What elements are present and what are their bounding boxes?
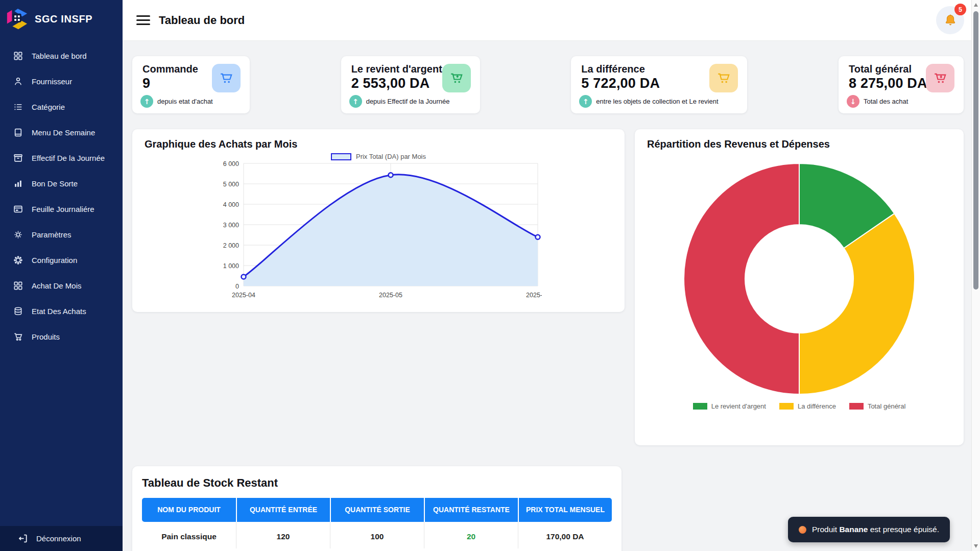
line-chart: Prix Total (DA) par Mois 01 0002 0003 00… xyxy=(215,153,542,301)
sidebar-item-label: Etat Des Achats xyxy=(32,307,86,316)
archive-icon xyxy=(13,153,23,163)
logout-label: Déconnexion xyxy=(36,534,81,543)
alert-dot-icon xyxy=(799,526,806,534)
svg-text:0: 0 xyxy=(235,283,239,290)
stock-table-card: Tableau de Stock Restant NOM DU PRODUIT … xyxy=(132,466,622,551)
notification-count-badge: 5 xyxy=(954,4,966,15)
stock-table: NOM DU PRODUIT QUANTITÉ ENTRÉE QUANTITÉ … xyxy=(142,498,612,548)
logout-icon xyxy=(18,534,28,543)
table-row: Pain classique 120 100 20 170,00 DA xyxy=(142,522,612,548)
legend-swatch-red xyxy=(849,403,864,410)
grid-icon xyxy=(13,51,23,61)
seal-icon xyxy=(13,255,23,265)
bell-icon xyxy=(944,14,957,27)
line-chart-legend: Prix Total (DA) par Mois xyxy=(215,153,542,160)
trend-up-icon: ↑ xyxy=(140,95,153,108)
stats-row: Commande 9 ↑ depuis etat d'achat Le revi… xyxy=(132,56,964,113)
sidebar-item-menu-de-semaine[interactable]: Menu De Semaine xyxy=(0,119,123,145)
stat-note-text: depuis etat d'achat xyxy=(157,98,213,105)
legend-label: Le revient d'argent xyxy=(711,402,766,410)
sidebar-item-label: Produits xyxy=(32,332,60,341)
stat-note: ↑ depuis Effectif de la Journée xyxy=(349,95,450,108)
column-header: PRIX TOTAL MENSUEL xyxy=(518,498,612,522)
scroll-down-arrow[interactable] xyxy=(974,544,978,548)
sidebar-item-label: Achat De Mois xyxy=(32,281,82,290)
vertical-scrollbar xyxy=(971,0,980,551)
stat-note-text: depuis Effectif de la Journée xyxy=(366,98,450,105)
sidebar-item-tableau-de-bord[interactable]: Tableau de bord xyxy=(0,43,123,68)
area-chart-canvas: 01 0002 0003 0004 0005 0006 0002025-0420… xyxy=(215,160,542,301)
stock-table-title: Tableau de Stock Restant xyxy=(142,476,612,490)
sidebar-nav: Tableau de bord Fournisseur Catégorie Me… xyxy=(0,43,123,349)
sidebar: SGC INSFP Tableau de bord Fournisseur Ca… xyxy=(0,0,123,551)
legend-item: La différence xyxy=(779,402,836,410)
sidebar-item-etat-des-achats[interactable]: Etat Des Achats xyxy=(0,298,123,324)
cart-icon xyxy=(709,64,738,92)
sidebar-item-bon-de-sorte[interactable]: Bon De Sorte xyxy=(0,171,123,196)
svg-text:5 000: 5 000 xyxy=(223,181,239,188)
sidebar-item-feuille-journaliere[interactable]: Feuille Journaliére xyxy=(0,196,123,222)
stat-note: ↑ depuis etat d'achat xyxy=(140,95,213,108)
top-bar: Tableau de bord 5 xyxy=(123,0,971,41)
sidebar-item-parametres[interactable]: Paramètres xyxy=(0,222,123,247)
legend-swatch xyxy=(331,153,351,160)
bar-chart-icon xyxy=(13,179,23,188)
sidebar-item-produits[interactable]: Produits xyxy=(0,324,123,349)
toast-notification[interactable]: Produit Banane est presque épuisé. xyxy=(788,517,950,542)
cart-icon xyxy=(212,64,241,92)
cell-quantite-entree: 120 xyxy=(236,522,330,548)
sidebar-item-effectif-de-la-journee[interactable]: Effectif De la Journée xyxy=(0,145,123,171)
app-logo-icon xyxy=(5,7,29,31)
column-header: QUANTITÉ ENTRÉE xyxy=(236,498,330,522)
cart-icon xyxy=(13,332,23,342)
trend-down-icon: ↓ xyxy=(847,95,859,108)
svg-text:2025-04: 2025-04 xyxy=(232,292,255,299)
sidebar-item-label: Feuille Journaliére xyxy=(32,205,94,213)
column-header: QUANTITÉ SORTIE xyxy=(330,498,424,522)
stat-note-text: Total des achat xyxy=(864,98,908,105)
toast-text: Produit Banane est presque épuisé. xyxy=(812,525,939,534)
sidebar-item-label: Fournisseur xyxy=(32,77,72,86)
legend-item: Total général xyxy=(849,402,905,410)
page-title: Tableau de bord xyxy=(159,14,245,27)
logout-button[interactable]: Déconnexion xyxy=(0,526,123,551)
legend-swatch-yellow xyxy=(779,403,794,410)
cell-quantite-restante: 20 xyxy=(424,522,518,548)
sidebar-item-label: Tableau de bord xyxy=(32,52,87,60)
legend-swatch-green xyxy=(693,403,707,410)
revenue-donut-card: Répartition des Revenus et Dépenses Le r… xyxy=(635,129,964,445)
cell-product: Pain classique xyxy=(142,522,236,548)
sidebar-item-achat-de-mois[interactable]: Achat De Mois xyxy=(0,273,123,298)
legend-label: Total général xyxy=(868,402,905,410)
svg-text:2025-05: 2025-05 xyxy=(379,292,402,299)
sidebar-item-configuration[interactable]: Configuration xyxy=(0,247,123,273)
brand: SGC INSFP xyxy=(0,0,123,31)
stat-card-commande: Commande 9 ↑ depuis etat d'achat xyxy=(132,56,250,113)
book-icon xyxy=(13,128,23,137)
notifications-button[interactable]: 5 xyxy=(936,6,964,34)
cell-quantite-sortie: 100 xyxy=(330,522,424,548)
toast-product-name: Banane xyxy=(839,525,868,534)
svg-text:2025-06: 2025-06 xyxy=(526,292,542,299)
card-icon xyxy=(13,204,23,214)
stat-card-total-general: Total général 8 275,00 DA ↓ Total des ac… xyxy=(839,56,964,113)
legend-label: La différence xyxy=(798,402,836,410)
donut-legend: Le revient d'argent La différence Total … xyxy=(647,402,951,410)
svg-text:1 000: 1 000 xyxy=(223,262,239,270)
sidebar-item-label: Catégorie xyxy=(32,103,65,111)
legend-label: Prix Total (DA) par Mois xyxy=(356,153,426,160)
database-icon xyxy=(13,306,23,316)
trend-up-icon: ↑ xyxy=(579,95,592,108)
sidebar-item-fournisseur[interactable]: Fournisseur xyxy=(0,68,123,94)
svg-text:2 000: 2 000 xyxy=(223,242,239,249)
line-chart-title: Graphique des Achats par Mois xyxy=(145,138,612,150)
sidebar-item-label: Paramètres xyxy=(32,230,71,239)
brand-name: SGC INSFP xyxy=(35,13,92,25)
scrollbar-thumb[interactable] xyxy=(973,11,978,290)
list-icon xyxy=(13,102,23,112)
menu-toggle-button[interactable] xyxy=(136,15,150,25)
sidebar-item-categorie[interactable]: Catégorie xyxy=(0,94,123,119)
column-header: NOM DU PRODUIT xyxy=(142,498,236,522)
scroll-up-arrow[interactable] xyxy=(974,3,978,7)
person-icon xyxy=(13,77,23,86)
